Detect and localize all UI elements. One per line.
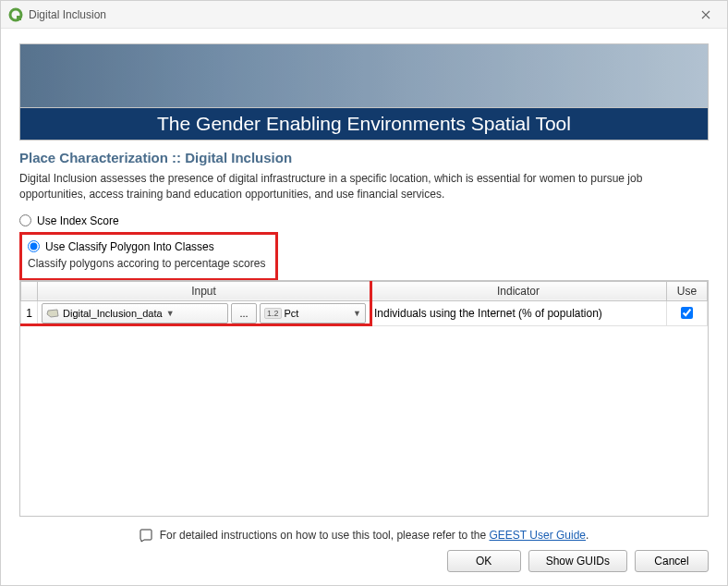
polygon-layer-icon	[46, 309, 59, 318]
classify-note: Classify polygons accoring to percentage…	[28, 257, 270, 270]
help-note-icon	[140, 528, 154, 543]
cancel-button[interactable]: Cancel	[635, 550, 709, 572]
field-type-badge: 1.2	[264, 308, 282, 319]
input-cell: Digital_Inclusion_data ▼ ... 1.2 Pct ▼	[38, 300, 370, 325]
layer-combo-value: Digital_Inclusion_data	[63, 308, 163, 319]
close-button[interactable]	[692, 4, 720, 26]
footer-note: For detailed instructions on how to use …	[19, 528, 709, 543]
table-row: 1 Digital_Inclusion_data ▼	[21, 300, 708, 325]
ok-button[interactable]: OK	[447, 550, 521, 572]
content-area: The Gender Enabling Environments Spatial…	[1, 29, 727, 585]
window-title: Digital Inclusion	[29, 8, 692, 21]
footer-note-prefix: For detailed instructions on how to use …	[160, 529, 490, 542]
highlight-classify-option: Use Classify Polygon Into Classes Classi…	[19, 232, 278, 281]
col-header-use: Use	[667, 281, 708, 300]
input-table: Input Indicator Use 1	[19, 280, 709, 517]
row-number: 1	[21, 300, 38, 325]
close-icon	[701, 10, 710, 19]
data-table: Input Indicator Use 1	[20, 281, 708, 326]
table-empty-area	[20, 326, 708, 516]
qgis-icon	[8, 7, 23, 22]
radio-classify[interactable]	[28, 240, 40, 252]
use-cell	[667, 300, 708, 325]
chevron-down-icon: ▼	[353, 309, 361, 318]
indicator-cell: Individuals using the Internet (% of pop…	[370, 300, 667, 325]
svg-rect-1	[17, 16, 21, 20]
field-combo-value: Pct	[285, 308, 299, 319]
svg-marker-4	[47, 310, 58, 317]
use-checkbox[interactable]	[681, 307, 693, 319]
titlebar: Digital Inclusion	[1, 1, 727, 29]
col-header-num	[21, 281, 38, 300]
option-index-score[interactable]: Use Index Score	[19, 214, 709, 227]
col-header-input: Input	[38, 281, 370, 300]
section-description: Digital Inclusion assesses the presence …	[19, 171, 709, 202]
field-combo[interactable]: 1.2 Pct ▼	[260, 303, 366, 324]
chevron-down-icon: ▼	[166, 309, 175, 318]
user-guide-link[interactable]: GEEST User Guide	[490, 529, 586, 542]
classify-block: Use Classify Polygon Into Classes Classi…	[19, 230, 709, 281]
radio-index-score-label: Use Index Score	[37, 214, 119, 227]
option-classify[interactable]: Use Classify Polygon Into Classes	[28, 240, 270, 253]
radio-index-score[interactable]	[19, 214, 31, 226]
layer-combo[interactable]: Digital_Inclusion_data ▼	[42, 303, 228, 324]
radio-classify-label: Use Classify Polygon Into Classes	[45, 240, 214, 253]
dialog-window: Digital Inclusion The Gender Enabling En…	[0, 0, 728, 586]
show-guids-button[interactable]: Show GUIDs	[528, 550, 627, 572]
banner-image	[19, 43, 709, 108]
button-row: OK Show GUIDs Cancel	[19, 550, 709, 576]
col-header-indicator: Indicator	[370, 281, 667, 300]
browse-button[interactable]: ...	[231, 303, 257, 324]
section-title: Place Characterization :: Digital Inclus…	[19, 150, 709, 165]
footer-note-suffix: .	[586, 529, 588, 542]
banner-title: The Gender Enabling Environments Spatial…	[19, 108, 709, 140]
